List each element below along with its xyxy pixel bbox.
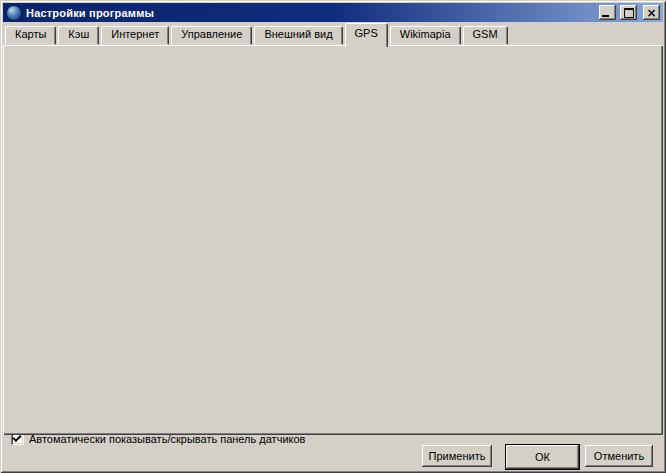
tab-gps[interactable]: GPS <box>345 23 388 47</box>
maximize-button[interactable] <box>620 5 637 20</box>
tab-bar: КартыКэшИнтернетУправлениеВнешний видGPS… <box>5 24 663 45</box>
tab-[interactable]: Управление <box>171 26 252 45</box>
settings-dialog: Настройки программы × КартыКэшИнтернетУп… <box>0 0 666 473</box>
window-title: Настройки программы <box>26 7 595 19</box>
tab-[interactable]: Кэш <box>58 26 99 45</box>
tab-gsm[interactable]: GSM <box>463 26 508 45</box>
gps-tab-page <box>3 45 663 435</box>
minimize-icon <box>602 15 609 17</box>
tab-[interactable]: Интернет <box>101 26 169 45</box>
tab-[interactable]: Карты <box>5 26 56 45</box>
cancel-button[interactable]: Отменить <box>585 445 653 467</box>
app-icon <box>6 5 22 21</box>
ok-button[interactable]: ОК <box>505 444 580 470</box>
close-icon: × <box>646 8 656 18</box>
apply-button[interactable]: Применить <box>422 445 492 467</box>
tab-[interactable]: Внешний вид <box>254 26 342 45</box>
close-button[interactable]: × <box>643 5 660 20</box>
minimize-button[interactable] <box>599 5 616 20</box>
tab-wikimapia[interactable]: Wikimapia <box>390 26 461 45</box>
maximize-icon <box>624 8 634 18</box>
title-bar[interactable]: Настройки программы × <box>3 3 663 22</box>
